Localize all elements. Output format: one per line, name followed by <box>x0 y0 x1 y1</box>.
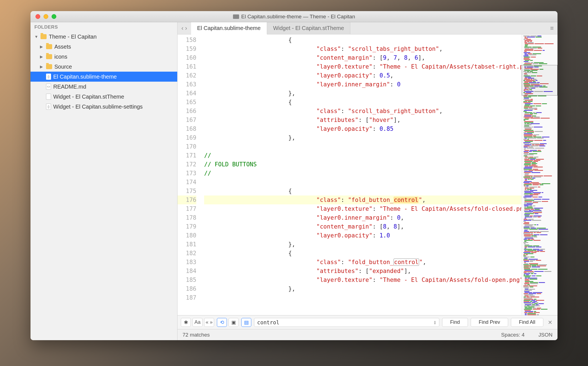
tree-file[interactable]: {}Widget - El Capitan.sublime-settings <box>31 102 177 112</box>
minimap-viewport[interactable] <box>522 65 557 96</box>
folder-icon <box>46 64 52 69</box>
nav-arrows: ‹ › <box>178 22 191 34</box>
folder-icon <box>46 54 52 59</box>
file-icon: {} <box>46 104 51 110</box>
tab-overflow-icon[interactable]: ≡ <box>546 22 557 34</box>
find-bar: ✱ Aa « » ⟲ ▣ ▤ control ▴▾ Find Find Prev… <box>178 315 557 329</box>
tree-file[interactable]: <>README.md <box>31 82 177 92</box>
minimize-icon[interactable] <box>44 14 48 19</box>
status-bar: 72 matches Spaces: 4 JSON <box>178 329 557 340</box>
tab[interactable]: El Capitan.sublime-theme <box>191 22 267 34</box>
tree-folder[interactable]: ▶Assets <box>31 42 177 52</box>
tree-root[interactable]: ▼Theme - El Capitan <box>31 32 177 42</box>
case-toggle-icon[interactable]: Aa <box>192 318 202 327</box>
stepper-icon[interactable]: ▴▾ <box>434 320 436 325</box>
line-gutter: 1581591601611621631641651661671681691701… <box>178 34 200 315</box>
tree-file[interactable]: Widget - El Capitan.stTheme <box>31 92 177 102</box>
titlebar[interactable]: El Capitan.sublime-theme — Theme - El Ca… <box>31 11 557 22</box>
code-area[interactable]: { "class": "scroll_tabs_right_button", "… <box>204 34 521 315</box>
find-all-button[interactable]: Find All <box>511 318 543 327</box>
find-input[interactable]: control ▴▾ <box>254 318 439 327</box>
tab-bar: ‹ › El Capitan.sublime-themeWidget - El … <box>178 22 557 34</box>
file-icon <box>46 94 51 100</box>
nav-forward-icon[interactable]: › <box>185 25 187 32</box>
editor-body: 1581591601611621631641651661671681691701… <box>178 34 557 315</box>
file-icon: <> <box>46 84 51 90</box>
find-input-value: control <box>257 319 279 325</box>
folder-icon <box>40 34 47 39</box>
find-button[interactable]: Find <box>442 318 468 327</box>
fold-column <box>200 34 204 315</box>
tree-file[interactable]: {}El Capitan.sublime-theme <box>31 72 177 82</box>
find-prev-button[interactable]: Find Prev <box>471 318 508 327</box>
tab[interactable]: Widget - El Capitan.stTheme <box>267 22 351 34</box>
file-icon: {} <box>46 74 51 80</box>
sidebar-header: FOLDERS <box>31 22 177 32</box>
tree-folder[interactable]: ▶Source <box>31 62 177 72</box>
minimap[interactable] <box>521 34 557 315</box>
wholeword-toggle-icon[interactable]: « » <box>204 318 214 327</box>
regex-toggle-icon[interactable]: ✱ <box>181 318 191 327</box>
nav-back-icon[interactable]: ‹ <box>181 25 183 32</box>
document-icon <box>233 14 239 19</box>
wrap-toggle-icon[interactable]: ⟲ <box>217 318 227 327</box>
highlight-toggle-icon[interactable]: ▤ <box>241 318 251 327</box>
traffic-lights <box>31 14 56 19</box>
window-title: El Capitan.sublime-theme — Theme - El Ca… <box>31 14 557 20</box>
close-find-icon[interactable]: ✕ <box>546 319 554 326</box>
folder-icon <box>46 44 52 49</box>
status-syntax[interactable]: JSON <box>538 332 552 338</box>
maximize-icon[interactable] <box>52 14 56 19</box>
main-area: FOLDERS ▼Theme - El Capitan▶Assets▶icons… <box>31 22 557 340</box>
tree-folder[interactable]: ▶icons <box>31 52 177 62</box>
app-window: El Capitan.sublime-theme — Theme - El Ca… <box>31 11 557 340</box>
in-selection-toggle-icon[interactable]: ▣ <box>229 318 239 327</box>
window-title-text: El Capitan.sublime-theme — Theme - El Ca… <box>241 14 355 20</box>
sidebar: FOLDERS ▼Theme - El Capitan▶Assets▶icons… <box>31 22 178 340</box>
status-matches: 72 matches <box>183 332 210 338</box>
close-icon[interactable] <box>36 14 40 19</box>
status-spaces[interactable]: Spaces: 4 <box>501 332 525 338</box>
folder-tree: ▼Theme - El Capitan▶Assets▶icons▶Source{… <box>31 32 177 112</box>
editor-area: ‹ › El Capitan.sublime-themeWidget - El … <box>178 22 557 340</box>
